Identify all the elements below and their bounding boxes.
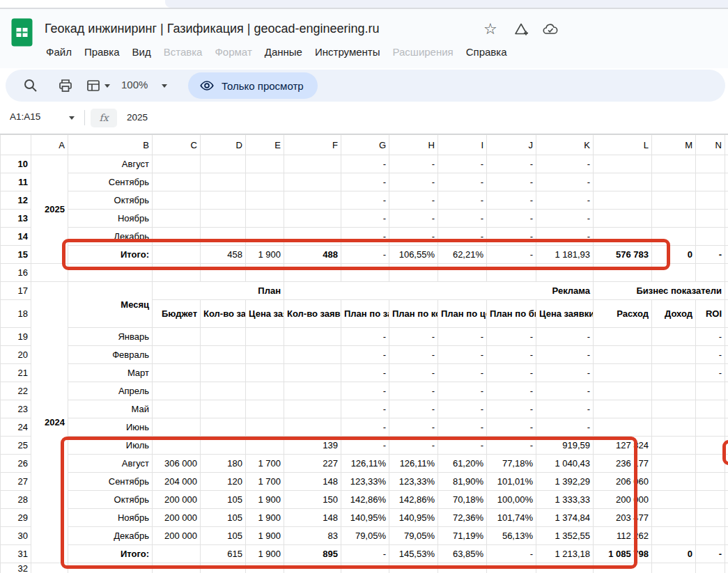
column-header-E[interactable]: E: [246, 135, 284, 155]
cell-D12[interactable]: [201, 191, 246, 210]
cell-G10[interactable]: -: [341, 155, 389, 173]
cell-H21[interactable]: -: [389, 364, 438, 382]
cell-C18[interactable]: Бюджет: [153, 300, 201, 328]
cell-N28[interactable]: [696, 491, 725, 509]
cell-I28[interactable]: 70,18%: [438, 491, 487, 509]
cell-O19[interactable]: [725, 328, 728, 346]
cell-O26[interactable]: [725, 455, 728, 473]
cell-J18[interactable]: План по бюджету: [487, 300, 536, 328]
cell-J12[interactable]: -: [487, 191, 536, 210]
cell-I11[interactable]: -: [438, 173, 487, 191]
cell-F18[interactable]: Кол-во заявок: [284, 300, 341, 328]
cell-C10[interactable]: [153, 155, 201, 173]
cell-K12[interactable]: -: [536, 191, 594, 210]
cell-O32[interactable]: [725, 563, 728, 573]
row-header-17[interactable]: 17: [1, 282, 31, 300]
cell-J21[interactable]: -: [487, 364, 536, 382]
cell-M30[interactable]: [652, 527, 696, 545]
cell-B22[interactable]: Апрель: [68, 382, 153, 400]
cell-L15[interactable]: 576 783: [594, 246, 652, 264]
cell-K22[interactable]: -: [536, 382, 594, 400]
cell-J31[interactable]: -: [487, 545, 536, 563]
cell-H23[interactable]: -: [389, 400, 438, 418]
cell-M15[interactable]: 0: [652, 246, 696, 264]
cell-E11[interactable]: [246, 173, 284, 191]
cell-H15[interactable]: 106,55%: [389, 246, 438, 264]
cell-N11[interactable]: [696, 173, 725, 191]
cell-L13[interactable]: [594, 210, 652, 228]
cell-G12[interactable]: -: [341, 191, 389, 210]
cell-I10[interactable]: -: [438, 155, 487, 173]
cell-B17[interactable]: Месяц: [68, 282, 153, 328]
cell-L16[interactable]: [594, 264, 652, 282]
cell-J27[interactable]: 101,01%: [487, 473, 536, 491]
cell-N22[interactable]: [696, 382, 725, 400]
column-header-L[interactable]: L: [594, 135, 652, 155]
cell-M27[interactable]: [652, 473, 696, 491]
row-header-24[interactable]: 24: [1, 418, 31, 437]
cell-E12[interactable]: [246, 191, 284, 210]
cell-B30[interactable]: Декабрь: [68, 527, 153, 545]
cell-I12[interactable]: -: [438, 191, 487, 210]
cell-A32[interactable]: [31, 563, 68, 573]
cell-B21[interactable]: Март: [68, 364, 153, 382]
cell-N16[interactable]: [696, 264, 725, 282]
cell-D30[interactable]: 105: [201, 527, 246, 545]
cell-F14[interactable]: [284, 228, 341, 246]
cell-F27[interactable]: 148: [284, 473, 341, 491]
cell-I20[interactable]: -: [438, 346, 487, 364]
cell-D28[interactable]: 105: [201, 491, 246, 509]
add-to-drive-icon[interactable]: [513, 21, 529, 38]
cell-I23[interactable]: -: [438, 400, 487, 418]
cell-N20[interactable]: -: [696, 346, 725, 364]
cell-K20[interactable]: -: [536, 346, 594, 364]
cell-O15[interactable]: [725, 246, 728, 264]
cell-D18[interactable]: Кол-во заявок: [201, 300, 246, 328]
menu-data[interactable]: Данные: [258, 44, 309, 60]
column-header-O[interactable]: [725, 135, 728, 155]
cell-D19[interactable]: [201, 328, 246, 346]
cell-O20[interactable]: [725, 346, 728, 364]
cell-L32[interactable]: [594, 563, 652, 573]
cell-M12[interactable]: [652, 191, 696, 210]
cell-K10[interactable]: -: [536, 155, 594, 173]
cell-E22[interactable]: [246, 382, 284, 400]
name-box[interactable]: A1:A15: [10, 111, 40, 122]
cell-M21[interactable]: [652, 364, 696, 382]
cell-M18[interactable]: Доход: [652, 300, 696, 328]
cell-C23[interactable]: [153, 400, 201, 418]
row-header-19[interactable]: 19: [1, 328, 31, 346]
document-title[interactable]: Геокад инжиниринг | Газификация | geocad…: [45, 22, 380, 36]
cell-E28[interactable]: 1 900: [246, 491, 284, 509]
cell-G22[interactable]: -: [341, 382, 389, 400]
cell-H20[interactable]: -: [389, 346, 438, 364]
column-header-I[interactable]: I: [438, 135, 487, 155]
cell-F10[interactable]: [284, 155, 341, 173]
cell-I26[interactable]: 61,20%: [438, 455, 487, 473]
cell-L27[interactable]: 206 060: [594, 473, 652, 491]
row-header-12[interactable]: 12: [1, 191, 31, 210]
cell-G26[interactable]: 126,11%: [341, 455, 389, 473]
cell-C16[interactable]: [153, 264, 201, 282]
cell-G18[interactable]: План по заявкам: [341, 300, 389, 328]
cell-E21[interactable]: [246, 364, 284, 382]
menu-help[interactable]: Справка: [460, 44, 513, 60]
cell-F19[interactable]: [284, 328, 341, 346]
cell-F20[interactable]: [284, 346, 341, 364]
cell-D32[interactable]: [201, 563, 246, 573]
cell-B12[interactable]: Октябрь: [68, 191, 153, 210]
cell-N13[interactable]: [696, 210, 725, 228]
cell-F31[interactable]: 895: [284, 545, 341, 563]
cell-I29[interactable]: 72,36%: [438, 509, 487, 527]
cell-M16[interactable]: [652, 264, 696, 282]
cell-M22[interactable]: [652, 382, 696, 400]
cell-D11[interactable]: [201, 173, 246, 191]
cell-H16[interactable]: [389, 264, 438, 282]
row-header-32[interactable]: 32: [1, 563, 31, 573]
cell-L20[interactable]: [594, 346, 652, 364]
cell-I32[interactable]: [438, 563, 487, 573]
cell-B32[interactable]: [68, 563, 153, 573]
cell-J11[interactable]: -: [487, 173, 536, 191]
cell-F32[interactable]: [284, 563, 341, 573]
cell-C24[interactable]: [153, 418, 201, 437]
